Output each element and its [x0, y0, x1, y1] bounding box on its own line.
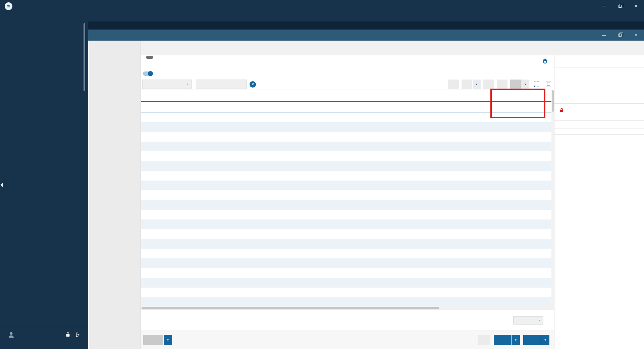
subwindow-header: ×: [88, 30, 644, 41]
menu-bar: [0, 12, 644, 21]
save-process-button[interactable]: [523, 335, 541, 345]
void-order-dropdown-caret[interactable]: ▼: [164, 335, 172, 345]
user-avatar-icon: [7, 331, 15, 339]
items-table-header: [141, 90, 554, 101]
app-titlebar: ×: [0, 0, 644, 12]
logout-icon[interactable]: [75, 332, 81, 338]
void-dropdown-caret[interactable]: ▼: [521, 80, 529, 89]
order-side-tabs: [88, 41, 141, 349]
check-price-cost-button[interactable]: [483, 80, 494, 89]
check-other-stores-toggle[interactable]: [143, 71, 153, 76]
void-button[interactable]: [510, 80, 521, 89]
order-main-panel: ▼ × ▼ ▼ ▼: [141, 55, 554, 349]
gear-icon[interactable]: [541, 58, 549, 65]
save-draft-button[interactable]: [494, 335, 511, 345]
actions-button[interactable]: [462, 80, 472, 89]
item-search-mode-select[interactable]: ▼: [142, 80, 192, 89]
cancel-button[interactable]: [478, 335, 490, 345]
minimize-button[interactable]: [596, 0, 612, 12]
subwindow-restore-button[interactable]: [612, 30, 628, 41]
subwindow-close-button[interactable]: ×: [628, 30, 644, 41]
account-hold-lock-icon: [559, 108, 564, 113]
save-draft-dropdown-caret[interactable]: ▼: [512, 335, 520, 345]
customer-side-panel: [554, 55, 644, 349]
subwindow-minimize-button[interactable]: [596, 30, 612, 41]
item-details-button[interactable]: [497, 80, 507, 89]
tax-select[interactable]: ▼: [513, 316, 543, 325]
barcode-scan-mode-icon[interactable]: [532, 80, 541, 89]
void-order-button[interactable]: [143, 335, 163, 345]
sidebar-collapse-arrow[interactable]: [0, 183, 3, 187]
sidebar: [0, 21, 88, 349]
app-logo-icon: [5, 2, 12, 10]
order-header-fields: [141, 41, 644, 55]
sidebar-scrollbar[interactable]: [84, 23, 85, 91]
column-layout-icon[interactable]: [544, 80, 553, 89]
close-button[interactable]: ×: [628, 0, 644, 12]
table-vertical-scrollbar[interactable]: [551, 90, 554, 306]
actions-dropdown-caret[interactable]: ▼: [473, 80, 481, 89]
popular-items-button[interactable]: [448, 80, 459, 89]
item-search-input[interactable]: [196, 80, 247, 89]
item-row[interactable]: [141, 101, 554, 112]
save-process-dropdown-caret[interactable]: ▼: [541, 335, 549, 345]
clear-search-icon[interactable]: ×: [250, 81, 256, 88]
restore-button[interactable]: [612, 0, 628, 12]
lock-icon[interactable]: [65, 332, 71, 338]
items-table-empty-rows: [141, 112, 554, 306]
document-tab-bar: [88, 21, 644, 30]
status-badge: [146, 56, 153, 59]
table-horizontal-scrollbar[interactable]: [141, 306, 554, 310]
app-version: [0, 339, 88, 341]
